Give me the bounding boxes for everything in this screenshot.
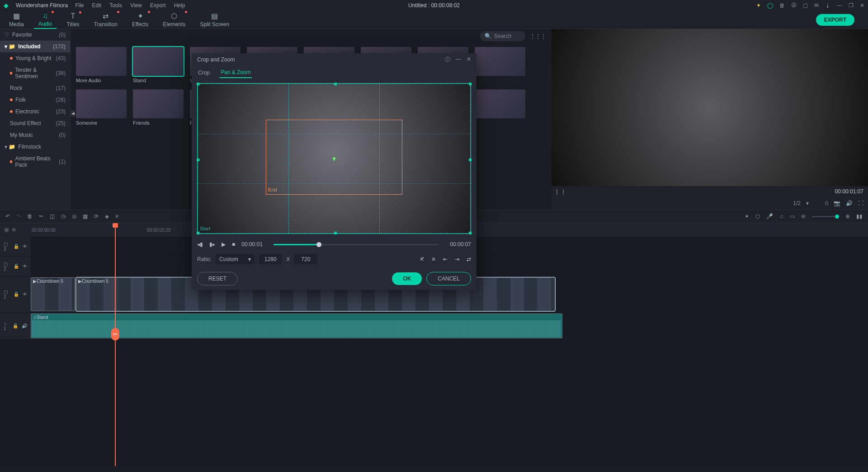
ratio-dropdown[interactable]: Custom▾ [216, 254, 255, 264]
tab-effects[interactable]: ✦Effects [127, 11, 153, 28]
trash-icon[interactable]: 🗑 [779, 2, 785, 9]
sidebar-item-electronic[interactable]: Electronic(23) [0, 106, 70, 117]
close-icon[interactable]: ✕ [860, 2, 864, 9]
mixer-icon[interactable]: ✦ [745, 213, 749, 220]
download-icon[interactable]: ⭳ [825, 2, 830, 9]
maximize-icon[interactable]: ❐ [849, 2, 854, 9]
next-frame-icon[interactable]: ▮▸ [209, 241, 215, 248]
menu-tools[interactable]: Tools [109, 2, 122, 9]
marker-add-icon[interactable]: ⬡ [755, 213, 760, 220]
track-lane[interactable]: ♫ Stand [31, 313, 868, 339]
playhead[interactable] [115, 223, 116, 237]
audio-icon[interactable]: ♫ [779, 213, 783, 220]
preview-canvas[interactable] [552, 29, 868, 186]
media-thumb[interactable]: Friends [133, 89, 184, 126]
sidebar-item-tender-sentimen[interactable]: Tender & Sentimen(38) [0, 64, 70, 82]
support-icon[interactable]: ◯ [767, 2, 773, 9]
link-icon[interactable]: ⧉ [12, 227, 15, 233]
volume-icon[interactable]: 🔊 [846, 200, 853, 206]
mail-icon[interactable]: ✉ [814, 2, 819, 9]
tab-split-screen[interactable]: ▤Split Screen [195, 11, 234, 28]
tab-pan-zoom[interactable]: Pan & Zoom [220, 67, 252, 78]
record-vo-icon[interactable]: 🎤 [766, 213, 773, 220]
height-input[interactable]: 720 [294, 254, 317, 264]
color-icon[interactable]: ◎ [72, 213, 76, 220]
zoom-out-icon[interactable]: ⊖ [801, 213, 806, 220]
dialog-scrubber[interactable] [274, 244, 439, 245]
menu-export[interactable]: Export [150, 2, 166, 9]
mark-in-icon[interactable]: { [556, 188, 558, 195]
menu-file[interactable]: File [75, 2, 84, 9]
snap-icon[interactable]: ▭ [790, 213, 795, 220]
swap-close-icon[interactable]: ✕ [431, 256, 436, 262]
delete-icon[interactable]: 🗑 [27, 213, 33, 220]
dialog-titlebar[interactable]: Crop and Zoom ⓘ — ✕ [192, 53, 476, 66]
tab-titles[interactable]: TTitles [62, 11, 84, 28]
sidebar-item-folk[interactable]: Folk(26) [0, 94, 70, 106]
keyframe-icon[interactable]: ◈ [105, 213, 109, 220]
zoom-in-icon[interactable]: ⊕ [845, 213, 850, 220]
media-thumb[interactable]: Someone [76, 89, 127, 126]
lock-icon[interactable]: 🔓 [14, 264, 19, 269]
snapshot-icon[interactable]: ⎙ [825, 200, 828, 206]
sidebar-item-my-music[interactable]: My Music(0) [0, 129, 70, 141]
manage-tracks-icon[interactable]: ▤ [5, 227, 9, 233]
tab-transition[interactable]: ⇄Transition [90, 11, 122, 28]
chevron-down-icon[interactable]: ▾ [806, 200, 809, 206]
visibility-icon[interactable]: 👁 [23, 264, 27, 269]
stop-icon[interactable]: ■ [232, 241, 235, 248]
preview-scrubber[interactable]: { } 00:00:01:07 [552, 186, 868, 197]
adjust-icon[interactable]: ≡ [115, 213, 118, 220]
sidebar-item-filmstock[interactable]: ▾ 📁Filmstock [0, 141, 70, 153]
video-clip[interactable]: ▶ Countdown 5 [31, 277, 75, 311]
menu-view[interactable]: View [130, 2, 142, 9]
align-right-icon[interactable]: ⇥ [455, 256, 459, 262]
sidebar-item-sound-effect[interactable]: Sound Effect(25) [0, 117, 70, 129]
swap-icon[interactable]: ✕⃗ [420, 256, 424, 262]
camera-icon[interactable]: 📷 [834, 200, 840, 206]
tab-audio[interactable]: ♫Audio [34, 11, 57, 29]
visibility-icon[interactable]: 👁 [23, 244, 27, 249]
visibility-icon[interactable]: 👁 [23, 292, 27, 297]
idea-icon[interactable]: ✦ [756, 2, 761, 9]
crop-icon[interactable]: ◫ [50, 213, 55, 220]
greenscreen-icon[interactable]: ▦ [83, 213, 88, 220]
save-icon[interactable]: ▢ [803, 2, 808, 9]
lock-icon[interactable]: 🔓 [14, 292, 19, 297]
fullscreen-icon[interactable]: ⛶ [858, 200, 863, 206]
reset-button[interactable]: RESET [197, 272, 238, 285]
split-scissors-icon[interactable]: ✂ [111, 328, 119, 341]
quality-dropdown[interactable]: 1/2 [793, 200, 801, 206]
collapse-sidebar-icon[interactable]: ◀ [71, 110, 75, 117]
zoom-fit-icon[interactable]: ▮▮ [856, 213, 863, 220]
sidebar-item-young-bright[interactable]: Young & Bright(43) [0, 52, 70, 64]
width-input[interactable]: 1280 [259, 254, 282, 264]
mute-icon[interactable]: 🔊 [22, 323, 27, 328]
lock-icon[interactable]: 🔓 [14, 244, 19, 249]
grid-view-icon[interactable]: ⋮⋮⋮ [530, 33, 546, 39]
pan-zoom-canvas[interactable]: Start End ▾ [197, 83, 471, 234]
close-dialog-icon[interactable]: ✕ [467, 56, 471, 64]
help-icon[interactable]: ⓘ [445, 56, 450, 64]
speed-icon[interactable]: ◷ [61, 213, 66, 220]
audio-clip[interactable]: ♫ Stand [31, 313, 562, 338]
export-button[interactable]: EXPORT [816, 14, 854, 26]
account-icon[interactable]: ⦿ [791, 2, 797, 9]
search-input[interactable]: 🔍 Search [480, 31, 525, 41]
ok-button[interactable]: OK [392, 272, 422, 285]
sidebar-item-rock[interactable]: Rock(17) [0, 82, 70, 94]
minimize-dialog-icon[interactable]: — [456, 56, 461, 64]
timeline-empty[interactable] [0, 340, 868, 466]
lock-icon[interactable]: 🔓 [13, 323, 18, 328]
cut-icon[interactable]: ✂ [39, 213, 43, 220]
menu-help[interactable]: Help [174, 2, 185, 9]
render-icon[interactable]: ⟳ [94, 213, 99, 220]
media-thumb[interactable]: Stand [133, 47, 184, 83]
minimize-icon[interactable]: — [837, 2, 842, 9]
media-thumb[interactable]: More Audio [76, 47, 127, 83]
sidebar-item-included[interactable]: ▾ 📁Included(172) [0, 41, 70, 52]
redo-icon[interactable]: ↷ [16, 213, 21, 220]
tab-media[interactable]: ▦Media [5, 11, 28, 28]
undo-icon[interactable]: ↶ [5, 213, 10, 220]
reverse-icon[interactable]: ⇄ [467, 256, 471, 262]
